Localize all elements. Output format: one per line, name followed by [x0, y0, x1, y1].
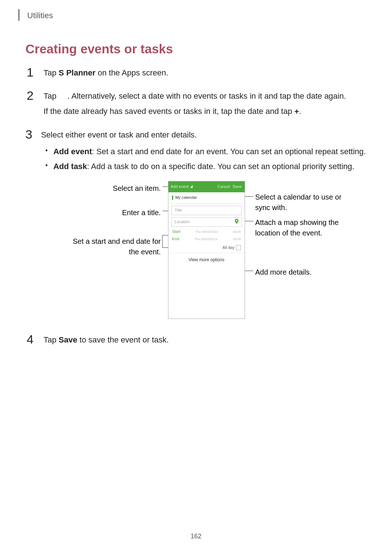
title-placeholder: Title: [175, 208, 182, 213]
location-input[interactable]: Location: [171, 217, 242, 227]
save-button[interactable]: Save: [232, 184, 242, 190]
callout-enter-title: Enter a title.: [122, 208, 161, 218]
callout-select-calendar: Select a calendar to use or sync with.: [255, 192, 350, 213]
dropdown-indicator-icon: [190, 184, 193, 190]
title-input[interactable]: Title: [171, 206, 242, 215]
calendar-selector[interactable]: My calendar: [168, 192, 245, 204]
step-2-line2-b: .: [299, 107, 301, 116]
step-3-b1-text: : Set a start and end date for an event.…: [92, 147, 366, 156]
page-title: Creating events or tasks: [25, 42, 367, 56]
add-event-tab[interactable]: Add event: [171, 184, 193, 190]
step-4: 4 Tap Save to save the event or task.: [25, 334, 367, 349]
step-2-body: Tap . Alternatively, select a date with …: [44, 90, 367, 121]
step-1-bold: S Planner: [59, 68, 95, 77]
callout-set-dates: Set a start and end date for the event.: [70, 236, 161, 257]
step-1-text-b: on the Apps screen.: [95, 68, 168, 77]
start-date: Thu 06/02/2014: [195, 230, 218, 234]
all-day-checkbox[interactable]: [236, 245, 241, 250]
calendar-color-indicator: [172, 196, 173, 200]
all-day-label: All day: [222, 245, 234, 251]
splanner-add-event-screen: Add event Cancel Save My calendar: [168, 181, 245, 319]
end-date: Thu 06/02/2014: [195, 237, 217, 242]
calendar-name: My calendar: [175, 195, 197, 201]
step-2-line1-b: . Alternatively, select a date with no e…: [68, 91, 346, 100]
step-number-2: 2: [25, 89, 35, 121]
step-number-3: 3: [25, 128, 32, 327]
annotated-screenshot: Select an item. Enter a title. Set a sta…: [41, 181, 371, 326]
step-number-4: 4: [25, 333, 35, 349]
step-3-body: Select either event or task and enter de…: [41, 129, 371, 327]
step-2-line2-a: If the date already has saved events or …: [44, 107, 294, 116]
callout-attach-map: Attach a map showing the location of the…: [255, 217, 350, 238]
step-1-body: Tap S Planner on the Apps screen.: [44, 67, 367, 82]
step-4-a: Tap: [44, 335, 59, 344]
step-number-1: 1: [25, 66, 35, 82]
step-3-intro: Select either event or task and enter de…: [41, 129, 371, 141]
plus-icon: +: [294, 107, 299, 116]
leader-line: [162, 235, 163, 248]
step-3-b1-bold: Add event: [53, 147, 92, 156]
start-label: Start: [172, 229, 180, 235]
map-pin-icon[interactable]: [235, 219, 238, 226]
step-2-line1-a: Tap: [44, 91, 59, 100]
step-4-body: Tap Save to save the event or task.: [44, 334, 367, 349]
step-3: 3 Select either event or task and enter …: [25, 129, 367, 327]
end-time: 09:00: [233, 237, 241, 242]
all-day-row: All day: [168, 243, 245, 253]
header-rule: [18, 9, 20, 21]
svg-marker-0: [190, 185, 193, 188]
step-2: 2 Tap . Alternatively, select a date wit…: [25, 90, 367, 121]
step-1: 1 Tap S Planner on the Apps screen.: [25, 67, 367, 82]
step-3-b2-bold: Add task: [53, 162, 87, 171]
tab-label: Add event: [171, 184, 189, 190]
start-row[interactable]: Start Thu 06/02/2014 08:00: [172, 229, 241, 235]
start-time: 08:00: [233, 230, 241, 234]
step-4-bold: Save: [59, 335, 77, 344]
location-placeholder: Location: [175, 219, 190, 225]
section-header: Utilities: [27, 11, 53, 20]
end-label: End: [172, 236, 179, 242]
step-3-b2-text: : Add a task to do on a specific date. Y…: [87, 162, 354, 171]
page-number: 162: [0, 533, 392, 540]
callout-select-item: Select an item.: [113, 183, 161, 194]
step-1-text-a: Tap: [44, 68, 59, 77]
end-row[interactable]: End Thu 06/02/2014 09:00: [172, 236, 241, 242]
view-more-options-button[interactable]: View more options: [168, 253, 245, 267]
callout-add-details: Add more details.: [255, 267, 350, 278]
screen-header: Add event Cancel Save: [168, 181, 245, 192]
cancel-button[interactable]: Cancel: [217, 184, 230, 190]
step-4-b: to save the event or task.: [77, 335, 169, 344]
